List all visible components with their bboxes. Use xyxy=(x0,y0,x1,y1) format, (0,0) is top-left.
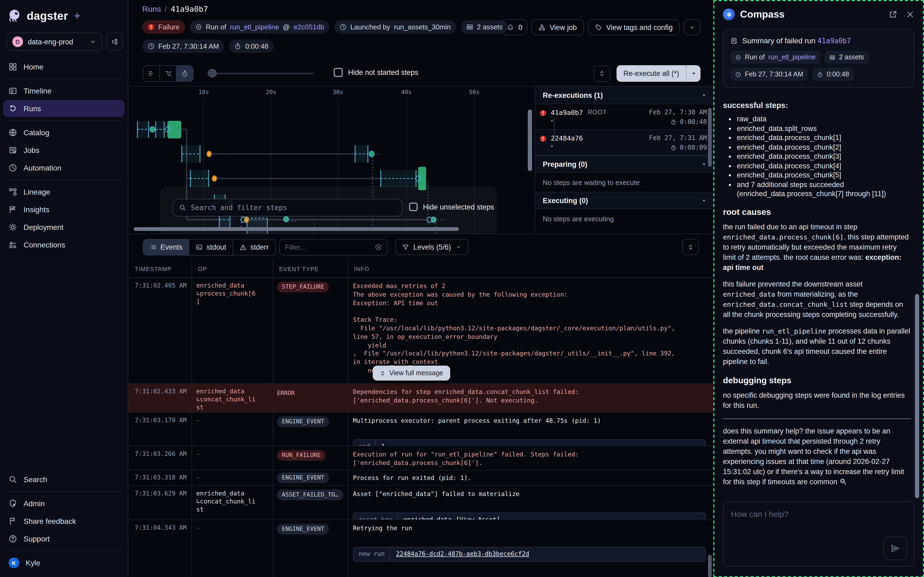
sidebar-item-insights[interactable]: Insights xyxy=(3,201,124,218)
run-id[interactable]: 22484a76 xyxy=(551,134,583,142)
view-job-label: View job xyxy=(550,23,577,31)
step-search-input[interactable]: Search and filter steps xyxy=(173,199,403,216)
sidebar-collapse-button[interactable] xyxy=(106,32,123,51)
sidebar-item-connections[interactable]: Connections xyxy=(3,236,124,253)
tab-events[interactable]: Events xyxy=(143,239,190,255)
run-date: Feb 27, 7:30 AM xyxy=(649,108,707,116)
sidebar-item-jobs[interactable]: Jobs xyxy=(3,142,124,159)
checkbox[interactable] xyxy=(334,68,343,77)
text: the pipeline xyxy=(723,327,762,335)
checkbox[interactable] xyxy=(409,203,418,211)
view-mode-waterfall-button[interactable] xyxy=(143,66,160,81)
reexecutions-panel: Re-executions (1) 41a9a0b7 ROOT Feb 27, … xyxy=(535,87,713,234)
view-mode-timed-button[interactable] xyxy=(176,66,193,81)
executing-section-header[interactable]: Executing (0) xyxy=(535,192,713,209)
sidebar-item-search[interactable]: Search xyxy=(3,471,124,488)
send-button[interactable] xyxy=(884,537,907,560)
run-of-chip: Run of run_etl_pipeline @ e2c051db xyxy=(190,20,330,34)
view-job-button[interactable]: View job xyxy=(532,19,584,35)
event-metadata: asset_key enriched_data[View Asset] xyxy=(353,513,706,520)
sidebar-item-deployment[interactable]: Deployment xyxy=(3,219,124,236)
sort-order-button[interactable] xyxy=(593,66,610,82)
event-timestamp: 7:31:03.318 AM xyxy=(128,471,192,485)
sidebar-item-lineage[interactable]: Lineage xyxy=(3,183,124,200)
tab-stderr[interactable]: stderr xyxy=(233,239,275,255)
levels-dropdown[interactable]: Levels (5/6) xyxy=(395,239,468,255)
clear-filter-icon[interactable] xyxy=(375,244,382,251)
view-asset-link[interactable]: [View Asset] xyxy=(456,516,500,520)
sidebar-item-label: Support xyxy=(24,534,50,543)
view-full-message-button[interactable]: View full message xyxy=(373,366,450,380)
send-icon xyxy=(890,543,900,553)
table-row[interactable]: 7:31:03.318 AM - ENGINE_EVENT Process fo… xyxy=(128,471,713,486)
funnel-icon xyxy=(402,243,409,250)
table-row[interactable]: 7:31:03.266 AM - RUN_FAILURE Execution o… xyxy=(128,446,713,471)
events-scrollbar[interactable] xyxy=(708,554,712,577)
sidebar-item-runs[interactable]: Runs xyxy=(3,100,124,117)
gantt-vertical-scrollbar[interactable] xyxy=(528,110,532,171)
external-link-icon[interactable] xyxy=(889,10,897,19)
pipeline-link[interactable]: run_etl_pipeline xyxy=(230,23,279,31)
debugging-text: no specific debugging steps were found i… xyxy=(723,390,911,410)
tab-stdout[interactable]: stdout xyxy=(190,239,234,255)
sidebar-item-automation[interactable]: Automation xyxy=(3,159,124,176)
zoom-slider-knob[interactable] xyxy=(208,69,216,77)
log-filter-input[interactable]: Filter... xyxy=(279,239,388,256)
star-icon xyxy=(726,11,732,18)
run-duration: 0:00:48 xyxy=(680,118,707,126)
meta-value: 1 xyxy=(381,442,385,446)
table-row[interactable]: 7:31:03.170 AM - ENGINE_EVENT Multiproce… xyxy=(128,413,713,446)
sidebar-item-timeline[interactable]: Timeline xyxy=(3,82,124,100)
run-id[interactable]: 41a9a0b7 xyxy=(551,108,583,116)
log-sort-button[interactable] xyxy=(682,239,699,255)
sidebar-item-catalog[interactable]: Catalog xyxy=(3,124,124,141)
error-icon xyxy=(540,110,547,116)
reexecutions-header[interactable]: Re-executions (1) xyxy=(535,87,713,104)
gantt-horizontal-scrollbar[interactable] xyxy=(134,227,459,231)
breadcrumb-runs-link[interactable]: Runs xyxy=(142,4,161,13)
assets-chip[interactable]: 2 assets xyxy=(461,20,508,34)
re-execute-all-label[interactable]: Re-execute all (*) xyxy=(616,65,686,82)
insights-icon xyxy=(8,205,17,214)
table-row[interactable]: 7:31:04.343 AM - ENGINE_EVENT Retrying t… xyxy=(128,520,713,577)
sidebar-item-support[interactable]: Support xyxy=(3,530,124,547)
hide-unselected-checkbox[interactable]: Hide unselected steps xyxy=(409,203,494,211)
table-row[interactable]: 7:31:03.629 AM enriched_data ↳concat_chu… xyxy=(128,486,713,520)
close-icon[interactable] xyxy=(906,10,914,19)
new-run-link[interactable]: 22484a76-dcd2-487b-aeb3-db3bece6cf2d xyxy=(396,550,529,558)
preparing-section-header[interactable]: Preparing (0) xyxy=(535,156,713,172)
launched-by-chip: Launched by run_assets_30min xyxy=(334,20,456,34)
view-tags-config-button[interactable]: View tags and config xyxy=(588,19,680,35)
logo[interactable]: dagster + xyxy=(0,0,128,23)
gantt-toolbar: Hide not started steps Re-execute all (*… xyxy=(128,60,713,87)
sidebar-item-admin[interactable]: Admin xyxy=(3,495,124,512)
hide-not-started-checkbox[interactable]: Hide not started steps xyxy=(334,68,418,77)
reexecution-run-row[interactable]: 41a9a0b7 ROOT Feb 27, 7:30 AM * 0:00:48 xyxy=(535,104,713,130)
checkbox-label: Hide unselected steps xyxy=(423,203,494,211)
zoom-slider[interactable] xyxy=(207,73,314,74)
table-row-highlighted[interactable]: 7:31:02.433 AM enriched_data ↳concat_chu… xyxy=(128,384,713,413)
list-item: enriched_data.process_chunk[5] xyxy=(737,171,911,180)
sidebar-item-home[interactable]: Home xyxy=(3,58,124,75)
start-time: Feb 27, 7:30:14 AM xyxy=(745,71,803,78)
reexecution-run-row[interactable]: 22484a76 Feb 27, 7:31 AM * 0:00:09 xyxy=(535,130,713,156)
re-execute-dropdown[interactable] xyxy=(686,65,700,82)
compass-scrollbar[interactable] xyxy=(915,294,919,498)
sidebar-item-user[interactable]: KKyle xyxy=(3,554,124,571)
breadcrumb-separator: / xyxy=(165,4,167,13)
sidebar-item-share-feedback[interactable]: Share feedback xyxy=(3,513,124,529)
notifications-button[interactable]: 0 xyxy=(502,19,527,35)
reexecutions-scrollbar[interactable] xyxy=(708,108,712,167)
commit-link[interactable]: e2c051db xyxy=(293,23,324,31)
event-timestamp: 7:31:02.405 AM xyxy=(128,278,192,384)
gantt-chart[interactable]: 10s 20s 30s 40s 50s xyxy=(128,87,535,234)
clock-icon xyxy=(148,43,155,50)
org-switcher[interactable]: D data-eng-prod xyxy=(6,32,102,51)
sidebar-item-label: Jobs xyxy=(24,146,39,155)
summary-run-id[interactable]: 41a9a0b7 xyxy=(818,37,851,45)
sidebar-bottom: Search Admin Share feedback Support KKyl… xyxy=(0,470,128,572)
chat-input[interactable]: How can I help? xyxy=(723,501,914,566)
pipeline-link[interactable]: run_etl_pipeline xyxy=(768,53,816,61)
more-actions-button[interactable] xyxy=(684,19,700,35)
view-mode-flat-button[interactable] xyxy=(160,66,176,81)
